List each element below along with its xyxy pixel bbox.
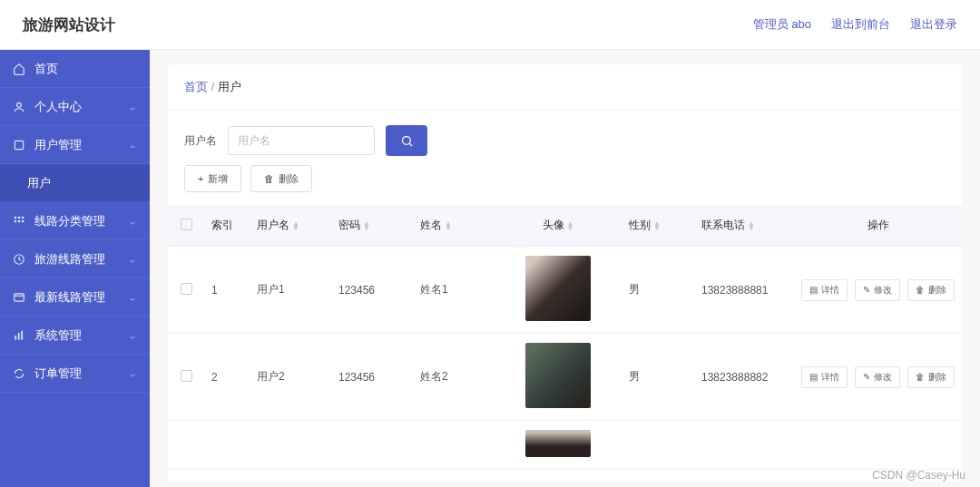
svg-rect-12 <box>18 333 20 340</box>
action-row: +新增 🗑删除 <box>168 165 962 205</box>
edit-button[interactable]: ✎修改 <box>855 279 900 301</box>
cell-phone: 13823888882 <box>694 334 794 421</box>
chevron-up-icon <box>128 141 137 150</box>
sidebar-item-label: 用户管理 <box>34 137 82 153</box>
cell-username: 用户1 <box>250 247 331 334</box>
search-input[interactable] <box>228 126 375 155</box>
admin-link[interactable]: 管理员 abo <box>753 16 811 33</box>
svg-rect-6 <box>18 219 20 221</box>
sort-icon[interactable]: ▲▼ <box>567 221 574 230</box>
sidebar-item-label: 旅游线路管理 <box>34 251 105 268</box>
edit-button[interactable]: ✎修改 <box>855 366 900 388</box>
add-button[interactable]: +新增 <box>184 165 241 192</box>
topbar: 旅游网站设计 管理员 abo 退出到前台 退出登录 <box>0 0 980 50</box>
avatar <box>525 343 591 408</box>
sort-icon[interactable]: ▲▼ <box>292 221 299 230</box>
exit-front-link[interactable]: 退出到前台 <box>831 16 890 33</box>
detail-button[interactable]: ▤详情 <box>801 366 848 388</box>
edit-icon: ✎ <box>863 372 870 382</box>
svg-rect-2 <box>15 216 16 218</box>
sort-icon[interactable]: ▲▼ <box>653 221 661 230</box>
cell-password: 123456 <box>331 334 413 421</box>
sidebar: 首页个人中心用户管理用户线路分类管理旅游线路管理最新线路管理系统管理订单管理 <box>0 50 150 487</box>
trash-icon: 🗑 <box>264 173 274 184</box>
avatar <box>525 430 591 457</box>
svg-rect-7 <box>22 219 24 221</box>
cell-gender: 男 <box>622 247 694 334</box>
svg-point-0 <box>17 102 22 107</box>
row-delete-button[interactable]: 🗑删除 <box>907 366 955 388</box>
chevron-down-icon <box>128 102 137 112</box>
sidebar-item-0[interactable]: 首页 <box>0 50 150 88</box>
app-title: 旅游网站设计 <box>23 15 115 35</box>
sidebar-item-4[interactable]: 线路分类管理 <box>0 202 150 240</box>
home-icon <box>13 63 25 75</box>
edit-icon: ✎ <box>863 285 870 295</box>
search-button[interactable] <box>386 125 427 156</box>
sidebar-item-label: 最新线路管理 <box>34 289 105 306</box>
sidebar-item-label: 系统管理 <box>34 327 82 344</box>
clock-icon <box>13 253 25 266</box>
svg-rect-11 <box>15 336 16 340</box>
table-row <box>168 421 962 470</box>
svg-rect-4 <box>22 216 24 218</box>
chevron-down-icon <box>128 217 137 226</box>
sidebar-item-label: 首页 <box>34 61 58 77</box>
cell-name: 姓名1 <box>413 247 495 334</box>
breadcrumb: 首页 / 用户 <box>168 64 962 111</box>
main-content: 首页 / 用户 用户名 +新增 🗑删除 <box>150 50 980 487</box>
top-links: 管理员 abo 退出到前台 退出登录 <box>753 16 957 33</box>
list-icon: ▤ <box>809 285 818 295</box>
search-label: 用户名 <box>184 133 217 149</box>
svg-rect-1 <box>15 141 23 149</box>
sidebar-item-5[interactable]: 旅游线路管理 <box>0 240 150 278</box>
svg-rect-13 <box>21 330 23 339</box>
trash-icon: 🗑 <box>916 372 925 382</box>
svg-rect-3 <box>18 216 20 218</box>
sidebar-item-1[interactable]: 个人中心 <box>0 88 150 126</box>
window-icon <box>13 291 25 304</box>
breadcrumb-sep: / <box>211 80 215 93</box>
data-table: 索引 用户名▲▼ 密码▲▼ 姓名▲▼ 头像▲▼ 性别▲▼ 联系电话▲▼ 操作 1… <box>168 205 962 470</box>
sidebar-item-3[interactable]: 用户 <box>0 164 150 202</box>
search-toolbar: 用户名 <box>168 111 962 165</box>
chevron-down-icon <box>128 369 137 378</box>
refresh-icon <box>13 367 25 380</box>
sort-icon[interactable]: ▲▼ <box>748 221 755 230</box>
sidebar-item-label: 线路分类管理 <box>34 213 105 229</box>
chevron-down-icon <box>128 255 137 264</box>
svg-point-14 <box>402 136 410 144</box>
search-icon <box>400 134 414 148</box>
sidebar-item-label: 个人中心 <box>34 99 82 115</box>
table-row: 2用户2123456姓名2男13823888882▤详情✎修改🗑删除 <box>168 334 962 421</box>
row-delete-button[interactable]: 🗑删除 <box>907 279 955 301</box>
cell-gender: 男 <box>622 334 694 421</box>
delete-button[interactable]: 🗑删除 <box>250 165 312 192</box>
sidebar-item-8[interactable]: 订单管理 <box>0 355 150 393</box>
plus-icon: + <box>198 173 203 184</box>
row-checkbox[interactable] <box>181 370 192 382</box>
grid-icon <box>13 215 25 228</box>
sidebar-item-2[interactable]: 用户管理 <box>0 126 150 164</box>
chevron-down-icon <box>128 331 137 340</box>
sidebar-item-7[interactable]: 系统管理 <box>0 317 150 355</box>
svg-line-15 <box>409 143 412 146</box>
cell-phone: 13823888881 <box>694 247 794 334</box>
cell-index: 1 <box>204 247 250 334</box>
select-all-checkbox[interactable] <box>181 219 192 230</box>
sort-icon[interactable]: ▲▼ <box>363 221 370 230</box>
user-icon <box>13 101 25 113</box>
table-header-row: 索引 用户名▲▼ 密码▲▼ 姓名▲▼ 头像▲▼ 性别▲▼ 联系电话▲▼ 操作 <box>168 205 962 247</box>
chevron-down-icon <box>128 293 137 302</box>
breadcrumb-home[interactable]: 首页 <box>184 80 208 93</box>
row-checkbox[interactable] <box>181 283 192 295</box>
sort-icon[interactable]: ▲▼ <box>445 221 452 230</box>
sidebar-item-6[interactable]: 最新线路管理 <box>0 278 150 317</box>
table-body: 1用户1123456姓名1男13823888881▤详情✎修改🗑删除2用户212… <box>168 247 962 470</box>
svg-rect-9 <box>15 293 24 300</box>
bars-icon <box>13 329 25 342</box>
svg-rect-5 <box>15 219 16 221</box>
detail-button[interactable]: ▤详情 <box>801 279 848 301</box>
users-icon <box>13 139 25 151</box>
logout-link[interactable]: 退出登录 <box>910 16 957 33</box>
